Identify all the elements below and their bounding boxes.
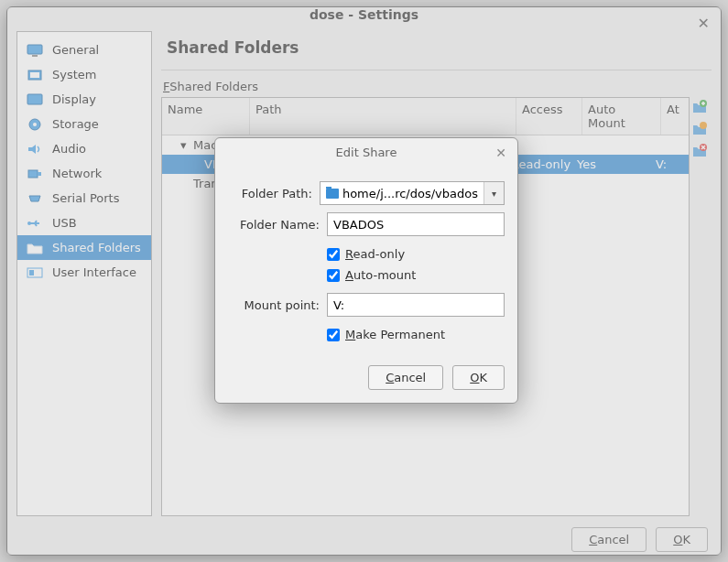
auto-mount-checkbox[interactable]: Auto-mount bbox=[327, 265, 505, 286]
chevron-down-icon[interactable]: ▾ bbox=[484, 182, 504, 204]
folder-icon bbox=[326, 189, 339, 199]
mount-point-label: Mount point: bbox=[228, 298, 320, 312]
mount-point-input[interactable] bbox=[327, 293, 505, 317]
read-only-checkbox[interactable]: Read-only bbox=[327, 243, 505, 265]
edit-share-modal: Edit Share ✕ Folder Path: home/j...rc/do… bbox=[214, 137, 518, 404]
modal-body: Folder Path: home/j...rc/dos/vbados ▾ Fo… bbox=[215, 167, 517, 349]
modal-cancel-button[interactable]: Cancel bbox=[368, 365, 443, 390]
modal-title-text: Edit Share bbox=[336, 146, 397, 159]
folder-name-input[interactable] bbox=[327, 212, 505, 236]
make-permanent-input[interactable] bbox=[327, 329, 340, 341]
modal-ok-button[interactable]: OK bbox=[452, 365, 505, 390]
folder-path-value: home/j...rc/dos/vbados bbox=[342, 187, 478, 200]
make-permanent-checkbox[interactable]: Make Permanent bbox=[327, 324, 505, 345]
modal-close-icon[interactable]: ✕ bbox=[495, 146, 506, 160]
settings-window: dose - Settings ✕ General System Display… bbox=[6, 6, 722, 556]
modal-titlebar: Edit Share ✕ bbox=[215, 138, 517, 167]
modal-footer: Cancel OK bbox=[215, 349, 517, 403]
read-only-input[interactable] bbox=[327, 248, 340, 261]
folder-name-label: Folder Name: bbox=[228, 218, 320, 232]
folder-path-dropdown[interactable]: home/j...rc/dos/vbados ▾ bbox=[320, 181, 505, 205]
folder-path-label: Folder Path: bbox=[228, 187, 312, 200]
auto-mount-input[interactable] bbox=[327, 269, 340, 282]
